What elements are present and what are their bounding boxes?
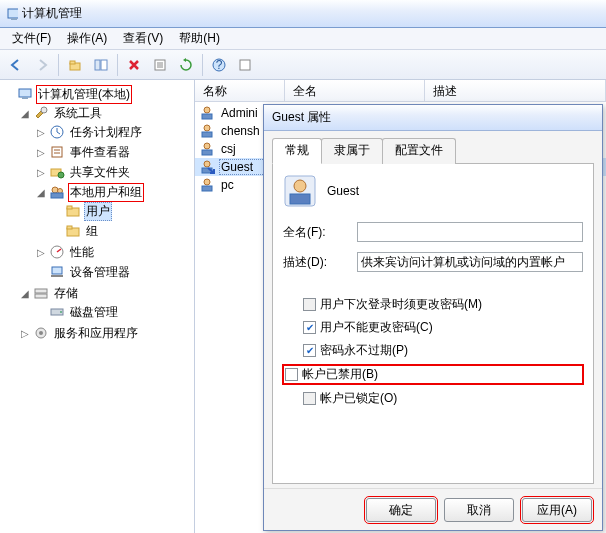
- tree-shared-folders[interactable]: ▷共享文件夹: [36, 163, 192, 181]
- checkbox-label: 用户不能更改密码(C): [320, 319, 433, 336]
- tree-root[interactable]: 计算机管理(本地): [4, 85, 192, 103]
- checkbox-account-locked[interactable]: 帐户已锁定(O): [283, 390, 583, 407]
- help-button[interactable]: ?: [207, 53, 231, 77]
- checkbox-checked-icon: ✔: [303, 344, 316, 357]
- folder-icon: [65, 203, 81, 219]
- collapse-icon[interactable]: ◢: [36, 187, 46, 198]
- expand-icon[interactable]: ▷: [20, 328, 30, 339]
- tree-services-apps[interactable]: ▷服务和应用程序: [20, 324, 192, 342]
- menu-action[interactable]: 操作(A): [59, 28, 115, 49]
- back-button[interactable]: [4, 53, 28, 77]
- expand-icon[interactable]: ▷: [36, 247, 46, 258]
- tree-system-tools[interactable]: ◢ 系统工具: [20, 104, 192, 122]
- column-desc[interactable]: 描述: [425, 80, 606, 101]
- computer-icon: [17, 86, 33, 102]
- checkbox-checked-icon: ✔: [303, 321, 316, 334]
- svg-rect-47: [202, 186, 212, 191]
- svg-point-22: [52, 187, 58, 193]
- svg-point-38: [204, 107, 210, 113]
- tree-event-viewer[interactable]: ▷事件查看器: [36, 143, 192, 161]
- checkbox-account-disabled[interactable]: 帐户已禁用(B): [283, 365, 583, 384]
- collapse-icon[interactable]: ◢: [20, 288, 30, 299]
- expand-icon[interactable]: ▷: [36, 127, 46, 138]
- svg-point-37: [39, 331, 43, 335]
- apply-button[interactable]: 应用(A): [522, 498, 592, 522]
- up-button[interactable]: [63, 53, 87, 77]
- show-hide-button[interactable]: [89, 53, 113, 77]
- menu-help[interactable]: 帮助(H): [171, 28, 228, 49]
- checkbox-label: 密码永不过期(P): [320, 342, 408, 359]
- tree-label: 任务计划程序: [68, 124, 144, 141]
- tree-root-label: 计算机管理(本地): [36, 85, 132, 104]
- separator: [117, 54, 118, 76]
- window-titlebar: 计算机管理: [0, 0, 606, 28]
- svg-rect-26: [67, 206, 72, 209]
- description-field[interactable]: [357, 252, 583, 272]
- svg-rect-30: [52, 267, 62, 274]
- delete-button[interactable]: [122, 53, 146, 77]
- checkbox-icon: [285, 368, 298, 381]
- extra-button[interactable]: [233, 53, 257, 77]
- collapse-icon[interactable]: ◢: [20, 108, 30, 119]
- svg-rect-14: [22, 97, 28, 99]
- tab-content-general: Guest 全名(F): 描述(D): 用户下次登录时须更改密码(M) ✔ 用户…: [272, 164, 594, 484]
- menu-view[interactable]: 查看(V): [115, 28, 171, 49]
- account-name: Guest: [327, 184, 359, 198]
- ok-button[interactable]: 确定: [366, 498, 436, 522]
- tree-local-users-groups[interactable]: ◢本地用户和组: [36, 183, 192, 201]
- toolbar: ?: [0, 50, 606, 80]
- tree-label: 磁盘管理: [68, 304, 120, 321]
- svg-rect-4: [95, 60, 100, 70]
- fullname-label: 全名(F):: [283, 224, 353, 241]
- svg-point-21: [58, 172, 64, 178]
- user-disabled-icon: [199, 159, 215, 175]
- tree-disk-management[interactable]: 磁盘管理: [36, 303, 192, 321]
- tree-device-manager[interactable]: 设备管理器: [36, 263, 192, 281]
- svg-point-42: [204, 143, 210, 149]
- svg-rect-3: [70, 61, 75, 64]
- expand-icon[interactable]: ▷: [36, 147, 46, 158]
- clock-icon: [49, 124, 65, 140]
- svg-rect-13: [19, 89, 31, 97]
- share-icon: [49, 164, 65, 180]
- expand-icon[interactable]: ▷: [36, 167, 46, 178]
- event-icon: [49, 144, 65, 160]
- checkbox-label: 帐户已禁用(B): [302, 366, 378, 383]
- device-icon: [49, 264, 65, 280]
- forward-button[interactable]: [30, 53, 54, 77]
- user-icon: [199, 123, 215, 139]
- tree-performance[interactable]: ▷性能: [36, 243, 192, 261]
- dialog-title: Guest 属性: [272, 109, 331, 126]
- checkbox-cannot-change-password[interactable]: ✔ 用户不能更改密码(C): [283, 319, 583, 336]
- tab-general[interactable]: 常规: [272, 138, 322, 164]
- svg-rect-5: [101, 60, 107, 70]
- tree-task-scheduler[interactable]: ▷任务计划程序: [36, 123, 192, 141]
- tree-storage[interactable]: ◢存储: [20, 284, 192, 302]
- svg-rect-41: [202, 132, 212, 137]
- svg-rect-17: [52, 147, 62, 157]
- tree-label: 设备管理器: [68, 264, 132, 281]
- column-fullname[interactable]: 全名: [285, 80, 425, 101]
- cancel-button[interactable]: 取消: [444, 498, 514, 522]
- fullname-field[interactable]: [357, 222, 583, 242]
- checkbox-password-never-expires[interactable]: ✔ 密码永不过期(P): [283, 342, 583, 359]
- properties-button[interactable]: [148, 53, 172, 77]
- svg-text:?: ?: [216, 58, 223, 72]
- app-icon: [6, 6, 22, 22]
- menu-file[interactable]: 文件(F): [4, 28, 59, 49]
- svg-point-44: [204, 161, 210, 167]
- tree-users[interactable]: 用户: [52, 202, 192, 220]
- user-icon: [199, 177, 215, 193]
- tab-memberof[interactable]: 隶属于: [321, 138, 383, 164]
- tree-label: 共享文件夹: [68, 164, 132, 181]
- refresh-button[interactable]: [174, 53, 198, 77]
- tab-profile[interactable]: 配置文件: [382, 138, 456, 164]
- svg-rect-39: [202, 114, 212, 119]
- tree-groups[interactable]: 组: [52, 222, 192, 240]
- column-name[interactable]: 名称: [195, 80, 285, 101]
- checkbox-must-change-password[interactable]: 用户下次登录时须更改密码(M): [283, 296, 583, 313]
- checkbox-label: 用户下次登录时须更改密码(M): [320, 296, 482, 313]
- svg-rect-43: [202, 150, 212, 155]
- dialog-tabs: 常规 隶属于 配置文件: [272, 137, 594, 164]
- dialog-titlebar[interactable]: Guest 属性: [264, 105, 602, 131]
